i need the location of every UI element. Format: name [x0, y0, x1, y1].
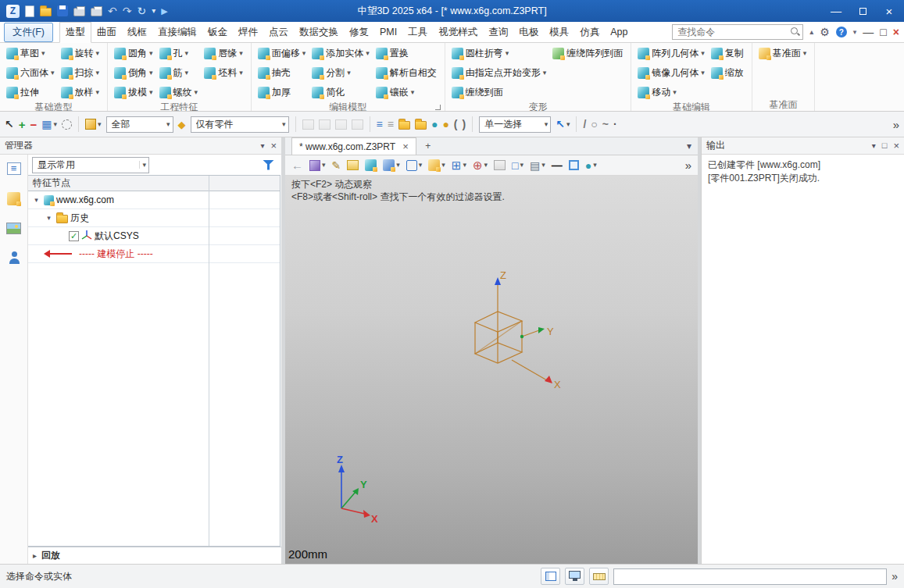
snap-perpendicular-icon[interactable]: [319, 119, 331, 130]
zw3d-logo[interactable]: Z: [6, 5, 20, 18]
ribbon-button[interactable]: 筋▾: [157, 63, 202, 83]
window-restore-icon[interactable]: □: [880, 27, 886, 37]
collapse-ribbon-icon[interactable]: ▴: [809, 28, 813, 36]
input-grid-icon[interactable]: [541, 568, 560, 585]
ribbon-button[interactable]: 分割▾: [309, 63, 373, 83]
close-icon[interactable]: ×: [893, 141, 899, 151]
multi-solid-icon[interactable]: ▾: [428, 159, 445, 171]
ribbon-button[interactable]: 倒角▾: [112, 63, 157, 83]
menu-tab[interactable]: 曲面: [91, 22, 122, 42]
ribbon-button[interactable]: 添加实体▾: [309, 44, 373, 63]
ribbon-button[interactable]: 六面体▾: [4, 63, 59, 83]
snap-midpoint-icon[interactable]: [352, 119, 363, 130]
line-width-icon[interactable]: —: [552, 160, 563, 171]
background-frame-icon[interactable]: [569, 160, 579, 170]
window-split-icon[interactable]: □▾: [512, 160, 523, 171]
keyboard-icon[interactable]: [589, 568, 609, 585]
tab-close-icon[interactable]: ×: [402, 141, 409, 151]
redo-icon[interactable]: ↷: [123, 5, 132, 16]
open-file-icon[interactable]: [40, 8, 52, 16]
file-menu-button[interactable]: 文件(F): [4, 23, 53, 42]
blank-history-icon[interactable]: ≡: [388, 119, 394, 130]
wireframe-mode-icon[interactable]: ▾: [406, 160, 423, 171]
ribbon-button[interactable]: 坯料▾: [202, 63, 247, 83]
replay-section[interactable]: ▸ 回放: [28, 547, 281, 564]
snap-parallel-icon[interactable]: [302, 119, 314, 130]
restore-icon[interactable]: [851, 2, 874, 20]
solid-manager-icon[interactable]: [7, 192, 20, 205]
visual-manager-icon[interactable]: [6, 223, 21, 234]
ribbon-button[interactable]: 唇缘▾: [202, 44, 247, 63]
ribbon-button[interactable]: 缠绕到面: [449, 83, 551, 102]
menu-tab[interactable]: 模具: [544, 22, 574, 42]
display-filter-dropdown[interactable]: 显示常用 ▾: [32, 157, 149, 173]
window-minimize-icon[interactable]: —: [863, 27, 874, 37]
pick-remove-icon[interactable]: −: [30, 119, 38, 130]
clip-plane-icon[interactable]: [494, 160, 506, 170]
menu-tab[interactable]: 查询: [483, 22, 513, 42]
draw-circle-icon[interactable]: ○: [591, 119, 597, 130]
resume-icon[interactable]: ▶: [161, 7, 167, 16]
ribbon-button[interactable]: 扫掠▾: [59, 63, 104, 83]
print-icon[interactable]: [73, 8, 85, 16]
menu-tab[interactable]: 修复: [344, 22, 374, 42]
tree-expander-icon[interactable]: ▾: [44, 214, 54, 222]
ribbon-button[interactable]: 抽壳: [255, 63, 310, 83]
ribbon-button[interactable]: 解析自相交: [373, 63, 441, 83]
output-caret-icon[interactable]: ▾: [872, 142, 876, 150]
menu-tab[interactable]: 造型: [59, 22, 91, 43]
ribbon-button[interactable]: 镜像几何体▾: [635, 63, 709, 83]
close-icon[interactable]: ×: [877, 2, 901, 20]
history-manager-icon[interactable]: ≡: [7, 162, 21, 175]
menu-tab[interactable]: 直接编辑: [152, 22, 202, 42]
pick-mode-dropdown[interactable]: 单一选择▾: [479, 116, 551, 133]
ribbon-button[interactable]: 草图▾: [4, 44, 59, 63]
shade-mode-icon[interactable]: [365, 159, 377, 171]
tree-expander-icon[interactable]: ▾: [31, 196, 41, 204]
menu-tab[interactable]: 钣金: [202, 22, 233, 42]
ribbon-button[interactable]: 镶嵌▾: [373, 83, 441, 102]
tree-node[interactable]: ▾www.x6g.com: [28, 191, 280, 209]
command-input[interactable]: [613, 568, 887, 585]
float-panel-icon[interactable]: □: [882, 141, 888, 150]
ribbon-button[interactable]: 基准面▾: [756, 44, 811, 63]
draw-spline-icon[interactable]: ~: [602, 119, 609, 130]
repaint-icon[interactable]: ▾: [309, 160, 326, 171]
pick-lasso-icon[interactable]: [62, 119, 72, 130]
command-search-input[interactable]: [672, 24, 803, 40]
ribbon-button[interactable]: 螺纹▾: [157, 83, 202, 102]
paren-open-icon[interactable]: (: [454, 119, 458, 130]
hidden-line-mode-icon[interactable]: ▾: [383, 159, 400, 171]
ribbon-button[interactable]: 面偏移▾: [255, 44, 310, 63]
menu-tab[interactable]: 仿真: [574, 22, 605, 42]
ribbon-button[interactable]: 阵列几何体▾: [635, 44, 709, 63]
undo-icon[interactable]: ↶: [108, 5, 117, 16]
quick-access-caret-icon[interactable]: ▾: [152, 7, 155, 15]
redline-pen-icon[interactable]: ✎: [332, 160, 341, 171]
document-tab[interactable]: * www.x6g.com.Z3PRT×: [291, 137, 416, 155]
menu-tab[interactable]: 工具: [402, 22, 433, 42]
tree-node[interactable]: ✓默认CSYS: [28, 227, 280, 245]
folder-closed-icon[interactable]: [415, 119, 427, 130]
filter-funnel-icon[interactable]: [263, 160, 274, 170]
draw-point-icon[interactable]: ·: [613, 119, 617, 130]
eraser-icon[interactable]: [347, 160, 359, 170]
ribbon-button[interactable]: 移动▾: [635, 83, 709, 102]
ribbon-button[interactable]: 加厚: [255, 83, 310, 102]
dialog-launcher-icon[interactable]: [435, 105, 441, 110]
minimize-icon[interactable]: —: [824, 2, 848, 20]
tree-node[interactable]: ----- 建模停止 -----: [28, 245, 280, 263]
draw-line-icon[interactable]: /: [583, 119, 586, 130]
ribbon-button[interactable]: 复制: [709, 44, 748, 63]
part-only-icon[interactable]: ◆: [178, 119, 186, 130]
render-ball-alt-icon[interactable]: ●: [442, 119, 448, 130]
ribbon-button[interactable]: 缩放: [709, 63, 748, 83]
menu-tab[interactable]: PMI: [374, 22, 402, 42]
statusbar-overflow-chevron[interactable]: »: [891, 571, 898, 582]
close-icon[interactable]: ×: [270, 141, 277, 151]
regen-icon[interactable]: ↻: [137, 5, 146, 16]
monitor-icon[interactable]: [565, 568, 584, 585]
overflow-chevron[interactable]: »: [685, 159, 691, 171]
overflow-chevron[interactable]: »: [893, 119, 899, 130]
display-list-icon[interactable]: ≡: [377, 119, 383, 130]
